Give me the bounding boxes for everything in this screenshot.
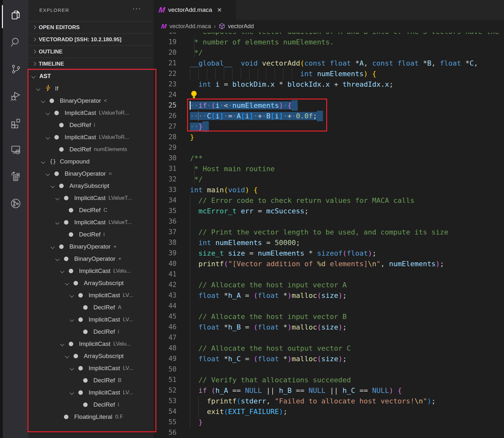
node-circle-icon xyxy=(54,171,59,176)
code-line-52[interactable]: 52 if (h_A == NULL || h_B == NULL || h_C… xyxy=(154,385,504,396)
code-line-54[interactable]: 54 exit(EXIT_FAILURE); xyxy=(154,406,504,417)
code-line-36[interactable]: 36 xyxy=(154,216,504,227)
code-line-32[interactable]: 32 */ xyxy=(154,174,504,185)
code-line-48[interactable]: 48 // Allocate the host output vector C xyxy=(154,343,504,354)
ast-node-arraysubscript[interactable]: ArraySubscript xyxy=(28,180,154,192)
ast-section-header[interactable]: AST xyxy=(28,70,154,83)
ast-node-label: DeclRef xyxy=(79,231,101,238)
code-line-43[interactable]: 43 float *h_A = (float *)malloc(size); xyxy=(154,290,504,301)
ast-node-declref-i[interactable]: DeclRefi xyxy=(28,119,154,131)
ast-node-implicitcast-lv[interactable]: ImplicitCastLV... xyxy=(28,362,154,374)
lightbulb-icon[interactable] xyxy=(191,91,197,99)
code-line-56[interactable]: 56 xyxy=(154,427,504,438)
code-line-25[interactable]: 25··if·(i·<·numElements)·{ xyxy=(154,100,504,111)
ast-node-declref-i[interactable]: DeclRefi xyxy=(28,399,154,411)
breadcrumb-symbol[interactable]: vectorAdd xyxy=(228,23,254,30)
code-line-39[interactable]: 39 size_t size = numElements * sizeof(fl… xyxy=(154,248,504,259)
breadcrumb-file[interactable]: vectorAdd.maca xyxy=(169,23,211,30)
code-line-46[interactable]: 46 float *h_B = (float *)malloc(size); xyxy=(154,322,504,332)
code-line-49[interactable]: 49 float *h_C = (float *)malloc(size); xyxy=(154,354,504,364)
code-line-19[interactable]: 19 * number of elements numElements. xyxy=(154,37,504,47)
code-line-51[interactable]: 51 // Verify that allocations succeeded xyxy=(154,375,504,385)
ast-node-implicitcast-lvalu[interactable]: ImplicitCastLValu... xyxy=(28,265,154,277)
ast-node-implicitcast-lvaluet[interactable]: ImplicitCastLValueT... xyxy=(28,192,154,204)
code-line-22[interactable]: 22 int numElements) { xyxy=(154,68,504,79)
ast-node-label: If xyxy=(55,85,59,92)
code-area[interactable]: 18 * Computes the vector addition of A a… xyxy=(154,0,504,438)
code-line-24[interactable]: 24 xyxy=(154,90,504,100)
ast-node-declref-numelements[interactable]: DeclRefnumElements xyxy=(28,143,154,155)
code-line-29[interactable]: 29 xyxy=(154,142,504,153)
ast-node-arraysubscript[interactable]: ArraySubscript xyxy=(28,277,154,289)
code-line-47[interactable]: 47 xyxy=(154,332,504,343)
line-number: 56 xyxy=(154,427,177,438)
indent-guide xyxy=(190,375,190,385)
code-line-37[interactable]: 37 // Print the vector length to be used… xyxy=(154,227,504,237)
ast-node-implicitcast-lv[interactable]: ImplicitCastLV... xyxy=(28,386,154,399)
activity-item-extensions[interactable] xyxy=(3,110,28,137)
ast-node-if[interactable]: If xyxy=(28,83,154,95)
ast-node-binaryoperator-[interactable]: BinaryOperator< xyxy=(28,95,154,107)
sidebar-section-outline[interactable]: OUTLINE xyxy=(28,45,154,58)
ast-node-binaryoperator-[interactable]: BinaryOperator+ xyxy=(28,253,154,265)
activity-item-run-debug[interactable] xyxy=(3,83,28,110)
more-actions-icon[interactable]: ··· xyxy=(132,4,141,13)
ast-node-arraysubscript[interactable]: ArraySubscript xyxy=(28,350,154,362)
ast-node-implicitcast-lvaluetor[interactable]: ImplicitCastLValueToR... xyxy=(28,107,154,119)
code-line-41[interactable]: 41 xyxy=(154,269,504,280)
chevron-right-icon xyxy=(32,62,36,66)
code-line-53[interactable]: 53 fprintf(stderr, "Failed to allocate h… xyxy=(154,396,504,406)
code-line-28[interactable]: 28} xyxy=(154,132,504,142)
sidebar-section-open-editors[interactable]: OPEN EDITORS xyxy=(28,21,154,33)
code-line-50[interactable]: 50 xyxy=(154,364,504,375)
ast-node-binaryoperator-[interactable]: BinaryOperator= xyxy=(28,168,154,180)
code-line-26[interactable]: 26····C[i]·=·A[i]·+·B[i]·+·0.0f; xyxy=(154,111,504,121)
vscode-window: EXPLORER ··· OPEN EDITORSVECTORADD [SSH:… xyxy=(0,0,504,438)
code-line-35[interactable]: 35 mcError_t err = mcSuccess; xyxy=(154,206,504,216)
code-line-31[interactable]: 31 * Host main routine xyxy=(154,163,504,174)
code-line-21[interactable]: 21__global__ void vectorAdd(const float … xyxy=(154,58,504,68)
activity-item-search[interactable] xyxy=(3,29,28,56)
indent-guide xyxy=(190,332,190,343)
ast-node-implicitcast-lv[interactable]: ImplicitCastLV... xyxy=(28,289,154,301)
code-line-30[interactable]: 30/** xyxy=(154,153,504,163)
ast-node-declref-i[interactable]: DeclRefi xyxy=(28,326,154,338)
tab-vectoradd-maca[interactable]: M vectorAdd.maca × xyxy=(154,0,236,20)
ast-node-declref-c[interactable]: DeclRefC xyxy=(28,204,154,216)
code-line-42[interactable]: 42 // Allocate the host input vector A xyxy=(154,280,504,290)
code-line-38[interactable]: 38 int numElements = 50000; xyxy=(154,237,504,248)
ast-node-implicitcast-lvalu[interactable]: ImplicitCastLValu... xyxy=(28,338,154,350)
ast-node-binaryoperator-[interactable]: BinaryOperator+ xyxy=(28,241,154,253)
code-line-34[interactable]: 34 // Error code to check return values … xyxy=(154,195,504,206)
line-number: 49 xyxy=(154,354,177,364)
ast-node-implicitcast-lv[interactable]: ImplicitCastLV... xyxy=(28,314,154,326)
activity-item-remote-explorer[interactable] xyxy=(3,137,28,164)
line-number: 39 xyxy=(154,248,177,259)
close-icon[interactable]: × xyxy=(217,6,222,14)
sidebar-section-vectoradd-ssh-10-2-180-95[interactable]: VECTORADD [SSH: 10.2.180.95] xyxy=(28,33,154,45)
code-line-45[interactable]: 45 // Allocate the host input vector B xyxy=(154,311,504,322)
code-line-23[interactable]: 23 int i = blockDim.x * blockIdx.x + thr… xyxy=(154,79,504,90)
code-line-20[interactable]: 20 */ xyxy=(154,47,504,58)
activity-item-explorer[interactable] xyxy=(3,3,28,29)
ast-node-desc: LValueT... xyxy=(108,195,132,201)
line-number: 35 xyxy=(154,206,177,216)
code-line-27[interactable]: 27··} xyxy=(154,121,504,132)
ast-node-declref-b[interactable]: DeclRefB xyxy=(28,374,154,386)
ast-node-declref-i[interactable]: DeclRefi xyxy=(28,228,154,241)
ast-node-implicitcast-lvaluet[interactable]: ImplicitCastLValueT... xyxy=(28,216,154,228)
ast-node-declref-a[interactable]: DeclRefA xyxy=(28,301,154,314)
activity-item-source-control[interactable] xyxy=(3,56,28,83)
ast-node-desc: LValueT... xyxy=(108,219,132,226)
ast-node-floatingliteral-0f[interactable]: FloatingLiteral0.F xyxy=(28,411,154,423)
activity-item-document-transform[interactable] xyxy=(3,164,28,191)
code-line-44[interactable]: 44 xyxy=(154,301,504,311)
sidebar-section-timeline[interactable]: TIMELINE xyxy=(28,58,154,70)
indent-guide xyxy=(190,280,190,290)
activity-item-graph[interactable] xyxy=(3,191,28,218)
ast-node-compound[interactable]: {}Compound xyxy=(28,155,154,168)
ast-node-implicitcast-lvaluetor[interactable]: ImplicitCastLValueToR... xyxy=(28,131,154,143)
code-line-55[interactable]: 55 } xyxy=(154,417,504,427)
code-line-40[interactable]: 40 printf("[Vector addition of %d elemen… xyxy=(154,259,504,269)
code-line-33[interactable]: 33int main(void) { xyxy=(154,185,504,195)
